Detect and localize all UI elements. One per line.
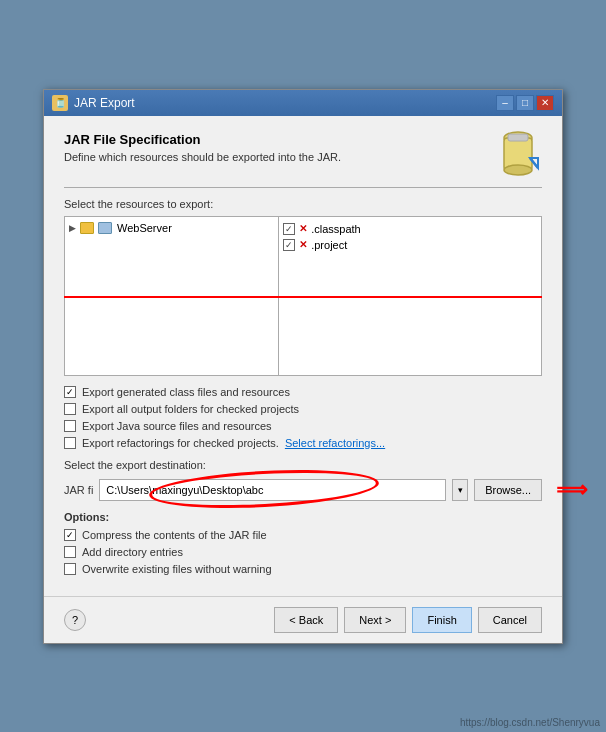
overwrite-label: Overwrite existing files without warning — [82, 563, 272, 575]
browse-button[interactable]: Browse... — [474, 479, 542, 501]
folder-icon — [80, 222, 94, 234]
resources-pane: ▶ WebServer ✓ ✕ .classpath ✓ ✕ — [64, 216, 542, 376]
classpath-x-icon: ✕ — [299, 223, 307, 234]
footer-left: ? — [64, 609, 86, 631]
export-java-checkbox[interactable] — [64, 420, 76, 432]
dialog-footer: ? < Back Next > Finish Cancel — [44, 596, 562, 643]
options-label: Options: — [64, 511, 542, 523]
destination-prefix: JAR fi — [64, 484, 93, 496]
export-java-row: Export Java source files and resources — [64, 420, 542, 432]
jar-graphic-icon — [494, 128, 542, 183]
destination-label: Select the export destination: — [64, 459, 542, 471]
file-item-project: ✓ ✕ .project — [283, 237, 537, 253]
export-refactor-row: Export refactorings for checked projects… — [64, 437, 542, 449]
expand-arrow-icon: ▶ — [69, 223, 77, 233]
finish-button[interactable]: Finish — [412, 607, 471, 633]
export-output-label: Export all output folders for checked pr… — [82, 403, 299, 415]
titlebar-buttons: – □ ✕ — [496, 95, 554, 111]
dialog-icon: 🫙 — [52, 95, 68, 111]
file-item-classpath: ✓ ✕ .classpath — [283, 221, 537, 237]
svg-point-2 — [504, 165, 532, 175]
classpath-checkbox[interactable]: ✓ — [283, 223, 295, 235]
back-button[interactable]: < Back — [274, 607, 338, 633]
compress-row: Compress the contents of the JAR file — [64, 529, 542, 541]
watermark: https://blog.csdn.net/Shenryvua — [460, 717, 600, 728]
section-description: Define which resources should be exporte… — [64, 151, 341, 163]
tree-item-label: WebServer — [117, 222, 172, 234]
project-label: .project — [311, 239, 347, 251]
overwrite-checkbox[interactable] — [64, 563, 76, 575]
directory-label: Add directory entries — [82, 546, 183, 558]
export-refactor-checkbox[interactable] — [64, 437, 76, 449]
classpath-label: .classpath — [311, 223, 361, 235]
directory-row: Add directory entries — [64, 546, 542, 558]
destination-input[interactable] — [99, 479, 446, 501]
resources-container: ▶ WebServer ✓ ✕ .classpath ✓ ✕ — [64, 216, 542, 376]
section-title: JAR File Specification — [64, 132, 341, 147]
server-icon — [98, 222, 112, 234]
export-options: Export generated class files and resourc… — [64, 386, 542, 449]
export-class-label: Export generated class files and resourc… — [82, 386, 290, 398]
resources-label: Select the resources to export: — [64, 198, 542, 210]
maximize-button[interactable]: □ — [516, 95, 534, 111]
svg-rect-3 — [508, 134, 528, 141]
destination-row: JAR fi ▾ Browse... ⟹ — [64, 479, 542, 501]
jar-export-dialog: 🫙 JAR Export – □ ✕ JAR File Specificatio… — [43, 89, 563, 644]
export-class-checkbox[interactable] — [64, 386, 76, 398]
compress-checkbox[interactable] — [64, 529, 76, 541]
red-arrow-annotation: ⟹ — [556, 477, 588, 503]
dialog-titlebar: 🫙 JAR Export – □ ✕ — [44, 90, 562, 116]
next-button[interactable]: Next > — [344, 607, 406, 633]
export-class-row: Export generated class files and resourc… — [64, 386, 542, 398]
footer-right: < Back Next > Finish Cancel — [274, 607, 542, 633]
project-checkbox[interactable]: ✓ — [283, 239, 295, 251]
titlebar-left: 🫙 JAR Export — [52, 95, 135, 111]
compress-label: Compress the contents of the JAR file — [82, 529, 267, 541]
left-tree: ▶ WebServer — [65, 217, 279, 375]
export-refactor-label: Export refactorings for checked projects… — [82, 437, 279, 449]
dialog-body: JAR File Specification Define which reso… — [44, 116, 562, 596]
select-refactorings-link[interactable]: Select refactorings... — [285, 437, 385, 449]
directory-checkbox[interactable] — [64, 546, 76, 558]
tree-item-webserver[interactable]: ▶ WebServer — [69, 221, 274, 235]
header-divider — [64, 187, 542, 188]
dialog-title: JAR Export — [74, 96, 135, 110]
close-button[interactable]: ✕ — [536, 95, 554, 111]
overwrite-row: Overwrite existing files without warning — [64, 563, 542, 575]
destination-input-wrap — [99, 479, 446, 501]
project-x-icon: ✕ — [299, 239, 307, 250]
minimize-button[interactable]: – — [496, 95, 514, 111]
help-button[interactable]: ? — [64, 609, 86, 631]
destination-dropdown[interactable]: ▾ — [452, 479, 468, 501]
right-files: ✓ ✕ .classpath ✓ ✕ .project — [279, 217, 541, 375]
export-output-row: Export all output folders for checked pr… — [64, 403, 542, 415]
cancel-button[interactable]: Cancel — [478, 607, 542, 633]
export-output-checkbox[interactable] — [64, 403, 76, 415]
export-java-label: Export Java source files and resources — [82, 420, 272, 432]
options-section: Options: Compress the contents of the JA… — [64, 511, 542, 575]
